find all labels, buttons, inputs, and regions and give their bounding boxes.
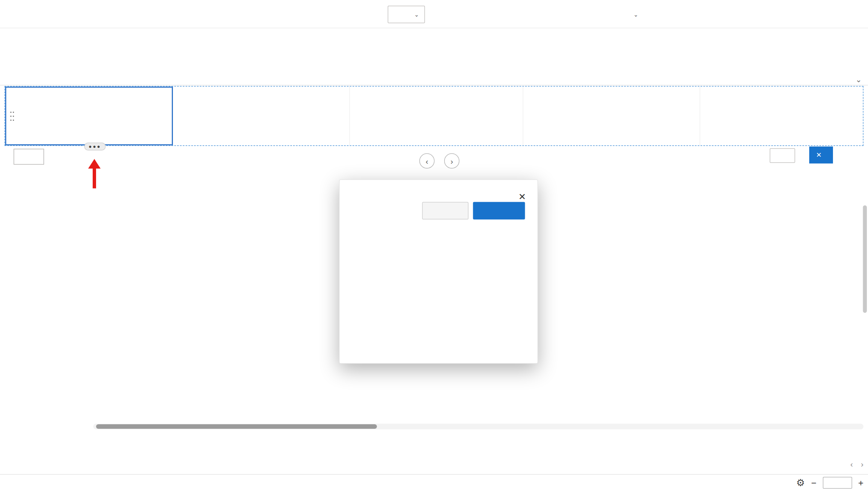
cancel-button[interactable] [422, 202, 469, 220]
grid-icon[interactable] [855, 2, 864, 11]
ribbon: ⌄ ⌄ [0, 0, 868, 28]
annotation-arrow-shaft [93, 168, 96, 189]
sales-chart-card[interactable] [350, 87, 524, 146]
list-icon[interactable] [842, 2, 850, 11]
collapse-ribbon-icon[interactable]: ⌄ [856, 75, 862, 84]
pin-icon[interactable] [828, 2, 837, 11]
hide-button[interactable] [770, 148, 795, 163]
comments-button[interactable]: ⌄ [613, 6, 639, 23]
prev-page-circle-button[interactable]: ‹ [419, 153, 435, 169]
zoom-controls: ⚙ − + [796, 477, 863, 489]
mini-bar-chart [358, 103, 515, 141]
drag-handle-icon[interactable] [10, 110, 15, 123]
gear-icon[interactable]: ⚙ [796, 478, 805, 488]
apply-button[interactable] [473, 202, 525, 220]
dialog-close-icon[interactable]: ✕ [515, 189, 530, 204]
manage-columns-icon [394, 9, 405, 20]
annotation-arrow-icon [88, 159, 101, 169]
eye-off-icon [776, 151, 786, 161]
horizontal-scrollbar-thumb[interactable] [96, 424, 377, 429]
close-editor-button[interactable]: ✕ [809, 147, 833, 164]
zoom-in-button[interactable]: + [858, 478, 863, 487]
header-strip [5, 86, 863, 146]
ellipsis-handle[interactable]: ●●● [84, 143, 106, 150]
fields-card[interactable] [5, 87, 173, 146]
page-prev-icon[interactable]: ‹ [850, 459, 853, 468]
dialog-title [340, 180, 538, 193]
page-next-icon[interactable]: › [861, 459, 863, 468]
footer-divider [0, 474, 868, 475]
zoom-out-button[interactable]: − [811, 478, 816, 487]
comment-add-icon [613, 9, 625, 20]
sign-in-button[interactable] [708, 6, 723, 23]
sum-of-profit-card[interactable] [523, 87, 700, 146]
vertical-scrollbar[interactable] [863, 206, 867, 313]
mini-bar-chart [708, 103, 855, 141]
zoom-level [822, 477, 852, 489]
dialog-buttons [340, 194, 538, 220]
toolbar [0, 28, 868, 86]
sales-chart-card-2[interactable] [700, 87, 863, 146]
chevron-down-icon: ⌄ [414, 12, 419, 17]
header-section-tab[interactable] [14, 149, 44, 165]
visual-header-icons [828, 2, 864, 11]
page-navigation: ‹ › [850, 459, 863, 468]
sum-of-sales-card[interactable] [173, 87, 350, 146]
app-window: ⌄ ⌄ ⌄ [0, 0, 868, 491]
close-icon: ✕ [816, 151, 822, 159]
header-styles-dialog: ✕ [339, 180, 538, 364]
chevron-down-icon: ⌄ [634, 12, 639, 18]
manage-columns-button[interactable]: ⌄ [388, 6, 425, 23]
person-icon [708, 9, 719, 20]
next-page-circle-button[interactable]: › [444, 153, 460, 169]
